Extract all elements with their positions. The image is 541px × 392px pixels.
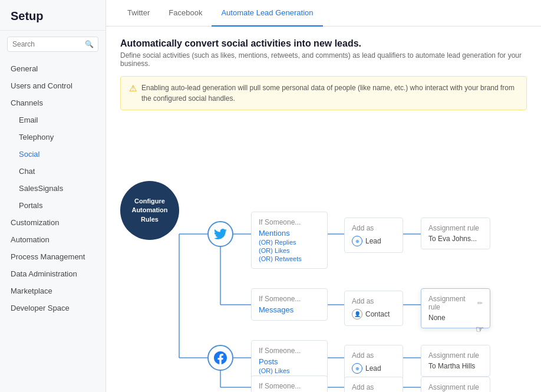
addas-twitter-mentions: Add as ⊕ Lead xyxy=(344,218,403,253)
sidebar-item-users-control[interactable]: Users and Control xyxy=(0,77,105,94)
assign-label-2: Assignment rule ✏ xyxy=(428,295,483,311)
sidebar-search-container: 🔍 xyxy=(0,31,105,58)
assign-label-1: Assignment rule xyxy=(428,224,483,232)
condition-facebook-comments: If Someone... Comments xyxy=(251,375,328,392)
sidebar-item-email[interactable]: Email xyxy=(0,111,105,129)
center-node[interactable]: ConfigureAutomationRules xyxy=(120,181,179,240)
assign-twitter-messages: Assignment rule ✏ None ☞ xyxy=(421,288,490,328)
main-content: Twitter Facebook Automate Lead Generatio… xyxy=(106,0,541,392)
sidebar-item-telephony[interactable]: Telephony xyxy=(0,129,105,146)
condition-label-4: If Someone... xyxy=(259,382,320,390)
condition-secondary-1c[interactable]: (OR) Retweets xyxy=(259,255,320,262)
page-subtitle: Define social activities (such as likes,… xyxy=(120,51,527,68)
condition-primary-3[interactable]: Posts xyxy=(259,357,320,366)
addas-value-3: ⊕ Lead xyxy=(352,363,395,374)
condition-primary-2[interactable]: Messages xyxy=(259,305,320,314)
sidebar-item-developer-space[interactable]: Developer Space xyxy=(0,299,105,317)
condition-twitter-mentions: If Someone... Mentions (OR) Replies (OR)… xyxy=(251,212,328,269)
tab-bar: Twitter Facebook Automate Lead Generatio… xyxy=(106,0,541,27)
addas-value-1: ⊕ Lead xyxy=(352,236,395,246)
condition-label-2: If Someone... xyxy=(259,295,320,303)
center-node-label: ConfigureAutomationRules xyxy=(131,197,167,224)
addas-twitter-messages: Add as 👤 Contact xyxy=(344,291,403,326)
condition-secondary-1b[interactable]: (OR) Likes xyxy=(259,247,320,254)
tab-facebook[interactable]: Facebook xyxy=(159,0,212,27)
tab-twitter[interactable]: Twitter xyxy=(118,0,159,27)
assign-twitter-mentions: Assignment rule To Eva Johns... xyxy=(421,218,490,249)
flow-diagram: ConfigureAutomationRules If Someone... M… xyxy=(120,122,533,392)
addas-label-1: Add as xyxy=(352,224,395,232)
condition-facebook-posts: If Someone... Posts (OR) Likes xyxy=(251,340,328,381)
addas-facebook-posts: Add as ⊕ Lead xyxy=(344,345,403,380)
addas-value-2: 👤 Contact xyxy=(352,309,395,319)
lead-icon-3: ⊕ xyxy=(352,363,362,374)
facebook-icon[interactable] xyxy=(207,345,233,371)
lead-icon-1: ⊕ xyxy=(352,236,362,246)
assign-label-3: Assignment rule xyxy=(428,351,483,360)
sidebar-item-salessignals[interactable]: SalesSignals xyxy=(0,180,105,197)
addas-text-2: Contact xyxy=(365,310,390,318)
addas-label-3: Add as xyxy=(352,351,395,360)
condition-label-3: If Someone... xyxy=(259,347,320,355)
search-icon: 🔍 xyxy=(85,40,94,48)
sidebar-item-general[interactable]: General xyxy=(0,60,105,77)
condition-secondary-3a[interactable]: (OR) Likes xyxy=(259,367,320,374)
sidebar: Setup 🔍 General Users and Control Channe… xyxy=(0,0,106,392)
sidebar-item-process-mgmt[interactable]: Process Management xyxy=(0,248,105,265)
sidebar-item-portals[interactable]: Portals xyxy=(0,197,105,214)
assign-facebook-comments: Assignment rule None xyxy=(421,377,490,392)
twitter-icon[interactable] xyxy=(207,221,233,247)
sidebar-item-data-admin[interactable]: Data Administration xyxy=(0,265,105,282)
sidebar-item-channels[interactable]: Channels xyxy=(0,94,105,111)
sidebar-item-automation[interactable]: Automation xyxy=(0,231,105,248)
addas-text-1: Lead xyxy=(365,237,381,245)
assign-value-1: To Eva Johns... xyxy=(428,235,483,243)
edit-icon[interactable]: ✏ xyxy=(477,299,483,307)
addas-facebook-comments: Add as 👤 Contact xyxy=(344,377,403,392)
assign-value-3: To Martha Hills xyxy=(428,362,483,370)
assign-value-2: None xyxy=(428,314,483,322)
warning-icon: ⚠ xyxy=(129,83,137,94)
warning-box: ⚠ Enabling auto-lead generation will pul… xyxy=(120,76,527,110)
sidebar-item-chat[interactable]: Chat xyxy=(0,163,105,180)
sidebar-title: Setup xyxy=(0,0,105,31)
addas-label-2: Add as xyxy=(352,297,395,305)
condition-label-1: If Someone... xyxy=(259,218,320,226)
page-title: Automatically convert social activities … xyxy=(120,38,527,49)
addas-text-3: Lead xyxy=(365,364,381,373)
sidebar-item-social[interactable]: Social xyxy=(0,146,105,163)
tab-automate[interactable]: Automate Lead Generation xyxy=(212,0,322,27)
sidebar-item-customization[interactable]: Customization xyxy=(0,214,105,231)
content-area: Automatically convert social activities … xyxy=(106,27,541,392)
condition-primary-1[interactable]: Mentions xyxy=(259,229,320,238)
condition-twitter-messages: If Someone... Messages xyxy=(251,288,328,321)
warning-text: Enabling auto-lead generation will pull … xyxy=(141,83,518,104)
condition-secondary-1a[interactable]: (OR) Replies xyxy=(259,239,320,246)
contact-icon-2: 👤 xyxy=(352,309,362,319)
assign-label-4: Assignment rule xyxy=(428,383,483,391)
sidebar-nav: General Users and Control Channels Email… xyxy=(0,58,105,392)
cursor-hint: ☞ xyxy=(476,324,484,335)
addas-label-4: Add as xyxy=(352,383,395,391)
sidebar-item-marketplace[interactable]: Marketplace xyxy=(0,282,105,299)
assign-facebook-posts: Assignment rule To Martha Hills xyxy=(421,345,490,377)
